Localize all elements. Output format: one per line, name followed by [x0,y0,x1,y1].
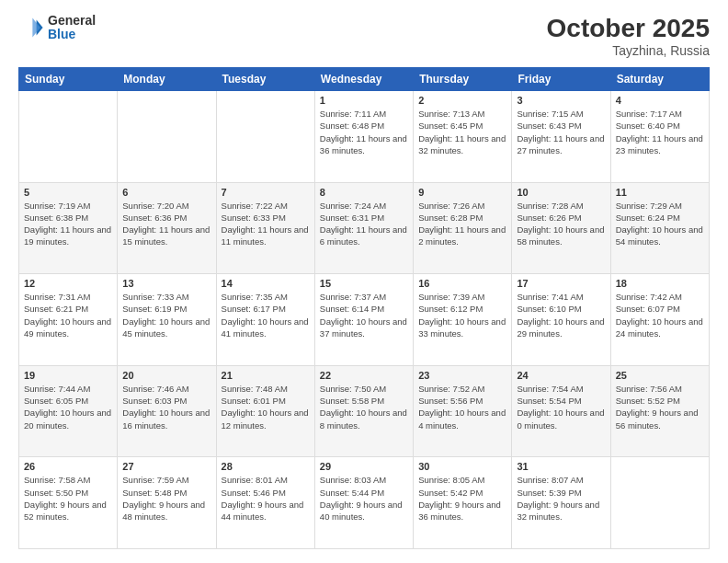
calendar-table: Sunday Monday Tuesday Wednesday Thursday… [18,67,710,549]
day-info: Sunrise: 7:42 AM Sunset: 6:07 PM Dayligh… [616,291,704,339]
day-info: Sunrise: 7:46 AM Sunset: 6:03 PM Dayligh… [122,383,210,431]
day-info: Sunrise: 7:37 AM Sunset: 6:14 PM Dayligh… [320,291,408,339]
day-info: Sunrise: 7:58 AM Sunset: 5:50 PM Dayligh… [24,474,112,523]
day-info: Sunrise: 7:29 AM Sunset: 6:24 PM Dayligh… [616,200,704,248]
day-info: Sunrise: 7:15 AM Sunset: 6:43 PM Dayligh… [517,108,605,156]
day-number: 28 [222,461,310,472]
day-number: 4 [616,95,704,106]
calendar-week-5: 26Sunrise: 7:58 AM Sunset: 5:50 PM Dayli… [19,457,710,549]
header-sunday: Sunday [19,68,118,91]
day-info: Sunrise: 7:44 AM Sunset: 6:05 PM Dayligh… [24,383,112,431]
day-info: Sunrise: 7:59 AM Sunset: 5:48 PM Dayligh… [122,474,210,523]
calendar-cell [610,457,709,549]
calendar-cell: 8Sunrise: 7:24 AM Sunset: 6:31 PM Daylig… [314,182,413,274]
calendar-week-4: 19Sunrise: 7:44 AM Sunset: 6:05 PM Dayli… [19,365,710,457]
header-friday: Friday [512,68,610,91]
day-info: Sunrise: 7:28 AM Sunset: 6:26 PM Dayligh… [517,200,605,248]
day-number: 31 [517,461,605,472]
day-info: Sunrise: 7:48 AM Sunset: 6:01 PM Dayligh… [222,383,310,431]
day-info: Sunrise: 7:20 AM Sunset: 6:36 PM Dayligh… [122,200,210,248]
calendar-header: Sunday Monday Tuesday Wednesday Thursday… [19,68,710,91]
day-info: Sunrise: 7:41 AM Sunset: 6:10 PM Dayligh… [517,291,605,339]
day-info: Sunrise: 7:17 AM Sunset: 6:40 PM Dayligh… [616,108,704,156]
calendar-cell: 15Sunrise: 7:37 AM Sunset: 6:14 PM Dayli… [314,274,413,366]
day-number: 2 [418,95,506,106]
day-info: Sunrise: 7:31 AM Sunset: 6:21 PM Dayligh… [24,291,112,339]
location: Tayzhina, Russia [547,43,710,58]
day-number: 26 [24,461,112,472]
calendar-cell [216,91,314,183]
header-monday: Monday [118,68,216,91]
day-info: Sunrise: 8:05 AM Sunset: 5:42 PM Dayligh… [418,474,506,523]
day-number: 3 [517,95,605,106]
logo-blue: Blue [48,28,96,41]
day-info: Sunrise: 7:24 AM Sunset: 6:31 PM Dayligh… [320,200,408,248]
calendar-week-3: 12Sunrise: 7:31 AM Sunset: 6:21 PM Dayli… [19,274,710,366]
calendar-cell: 7Sunrise: 7:22 AM Sunset: 6:33 PM Daylig… [216,182,314,274]
calendar-cell: 21Sunrise: 7:48 AM Sunset: 6:01 PM Dayli… [216,365,314,457]
day-number: 18 [616,278,704,289]
month-title: October 2025 [547,14,710,43]
calendar-cell: 14Sunrise: 7:35 AM Sunset: 6:17 PM Dayli… [216,274,314,366]
calendar-cell: 2Sunrise: 7:13 AM Sunset: 6:45 PM Daylig… [414,91,512,183]
calendar-cell: 11Sunrise: 7:29 AM Sunset: 6:24 PM Dayli… [610,182,709,274]
calendar-cell: 19Sunrise: 7:44 AM Sunset: 6:05 PM Dayli… [19,365,118,457]
title-section: October 2025 Tayzhina, Russia [547,14,710,58]
calendar-week-2: 5Sunrise: 7:19 AM Sunset: 6:38 PM Daylig… [19,182,710,274]
day-number: 1 [320,95,408,106]
calendar-cell: 27Sunrise: 7:59 AM Sunset: 5:48 PM Dayli… [118,457,216,549]
calendar-cell: 3Sunrise: 7:15 AM Sunset: 6:43 PM Daylig… [512,91,610,183]
calendar-cell: 20Sunrise: 7:46 AM Sunset: 6:03 PM Dayli… [118,365,216,457]
calendar-cell: 13Sunrise: 7:33 AM Sunset: 6:19 PM Dayli… [118,274,216,366]
calendar-cell: 5Sunrise: 7:19 AM Sunset: 6:38 PM Daylig… [19,182,118,274]
day-info: Sunrise: 7:11 AM Sunset: 6:48 PM Dayligh… [320,108,408,156]
day-number: 15 [320,278,408,289]
day-number: 7 [222,187,310,198]
day-info: Sunrise: 7:13 AM Sunset: 6:45 PM Dayligh… [418,108,506,156]
day-info: Sunrise: 8:03 AM Sunset: 5:44 PM Dayligh… [320,474,408,523]
calendar-body: 1Sunrise: 7:11 AM Sunset: 6:48 PM Daylig… [19,91,710,549]
calendar-cell: 6Sunrise: 7:20 AM Sunset: 6:36 PM Daylig… [118,182,216,274]
header: General Blue October 2025 Tayzhina, Russ… [18,14,710,58]
calendar-cell: 4Sunrise: 7:17 AM Sunset: 6:40 PM Daylig… [610,91,709,183]
svg-marker-1 [32,18,40,38]
weekday-header-row: Sunday Monday Tuesday Wednesday Thursday… [19,68,710,91]
day-info: Sunrise: 7:33 AM Sunset: 6:19 PM Dayligh… [122,291,210,339]
day-number: 24 [517,370,605,381]
logo-general: General [48,14,96,28]
calendar-cell: 16Sunrise: 7:39 AM Sunset: 6:12 PM Dayli… [414,274,512,366]
calendar-cell [118,91,216,183]
calendar-cell [19,91,118,183]
day-info: Sunrise: 8:07 AM Sunset: 5:39 PM Dayligh… [517,474,605,523]
day-number: 29 [320,461,408,472]
calendar-cell: 26Sunrise: 7:58 AM Sunset: 5:50 PM Dayli… [19,457,118,549]
day-number: 19 [24,370,112,381]
header-tuesday: Tuesday [216,68,314,91]
day-info: Sunrise: 7:35 AM Sunset: 6:17 PM Dayligh… [222,291,310,339]
day-number: 27 [122,461,210,472]
calendar-cell: 23Sunrise: 7:52 AM Sunset: 5:56 PM Dayli… [414,365,512,457]
calendar-cell: 22Sunrise: 7:50 AM Sunset: 5:58 PM Dayli… [314,365,413,457]
day-number: 8 [320,187,408,198]
calendar-cell: 18Sunrise: 7:42 AM Sunset: 6:07 PM Dayli… [610,274,709,366]
day-number: 30 [418,461,506,472]
day-number: 20 [122,370,210,381]
day-number: 9 [418,187,506,198]
logo-text: General Blue [48,14,96,42]
day-number: 14 [222,278,310,289]
day-number: 13 [122,278,210,289]
logo-icon [18,15,44,40]
day-number: 23 [418,370,506,381]
page: General Blue October 2025 Tayzhina, Russ… [0,0,728,563]
day-number: 22 [320,370,408,381]
calendar-cell: 17Sunrise: 7:41 AM Sunset: 6:10 PM Dayli… [512,274,610,366]
day-info: Sunrise: 7:26 AM Sunset: 6:28 PM Dayligh… [418,200,506,248]
calendar-cell: 9Sunrise: 7:26 AM Sunset: 6:28 PM Daylig… [414,182,512,274]
day-info: Sunrise: 7:52 AM Sunset: 5:56 PM Dayligh… [418,383,506,431]
calendar-cell: 12Sunrise: 7:31 AM Sunset: 6:21 PM Dayli… [19,274,118,366]
day-info: Sunrise: 7:54 AM Sunset: 5:54 PM Dayligh… [517,383,605,431]
header-saturday: Saturday [610,68,709,91]
day-number: 17 [517,278,605,289]
calendar-cell: 1Sunrise: 7:11 AM Sunset: 6:48 PM Daylig… [314,91,413,183]
calendar-cell: 31Sunrise: 8:07 AM Sunset: 5:39 PM Dayli… [512,457,610,549]
